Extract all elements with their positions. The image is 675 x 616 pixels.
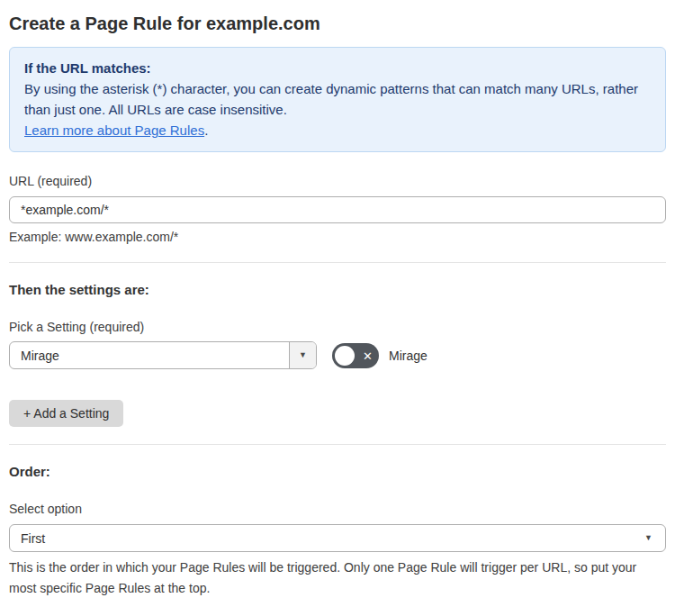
x-icon: ✕ — [363, 349, 373, 361]
toggle-knob — [335, 346, 355, 366]
setting-picker-arrow-button[interactable]: ▼ — [289, 342, 316, 368]
info-box-heading: If the URL matches: — [24, 58, 651, 78]
order-select-value: First — [21, 531, 644, 546]
setting-picker-label: Pick a Setting (required) — [9, 319, 666, 335]
divider — [9, 444, 666, 445]
settings-heading: Then the settings are: — [9, 281, 666, 298]
url-match-info-box: If the URL matches: By using the asteris… — [9, 47, 666, 152]
order-heading: Order: — [9, 463, 666, 480]
setting-picker-value: Mirage — [10, 342, 289, 368]
chevron-down-icon: ▼ — [644, 534, 652, 542]
setting-picker-dropdown[interactable]: Mirage ▼ — [9, 341, 317, 369]
url-example-text: Example: www.example.com/* — [9, 229, 666, 245]
info-box-link-line: Learn more about Page Rules. — [24, 120, 651, 140]
link-suffix: . — [204, 122, 208, 138]
url-input[interactable] — [9, 196, 666, 223]
setting-row: Mirage ▼ ✕ Mirage — [9, 341, 666, 369]
url-label: URL (required) — [9, 173, 666, 189]
mirage-toggle[interactable]: ✕ — [332, 343, 379, 368]
info-box-body: By using the asterisk (*) character, you… — [24, 78, 651, 120]
add-setting-button[interactable]: + Add a Setting — [9, 400, 123, 427]
toggle-label: Mirage — [389, 349, 428, 363]
order-select-label: Select option — [9, 501, 666, 517]
order-select[interactable]: First ▼ — [9, 524, 666, 552]
divider — [9, 262, 666, 263]
page-title: Create a Page Rule for example.com — [9, 11, 666, 36]
order-help-text: This is the order in which your Page Rul… — [9, 557, 666, 599]
chevron-down-icon: ▼ — [299, 351, 307, 359]
learn-more-link[interactable]: Learn more about Page Rules — [24, 122, 204, 138]
